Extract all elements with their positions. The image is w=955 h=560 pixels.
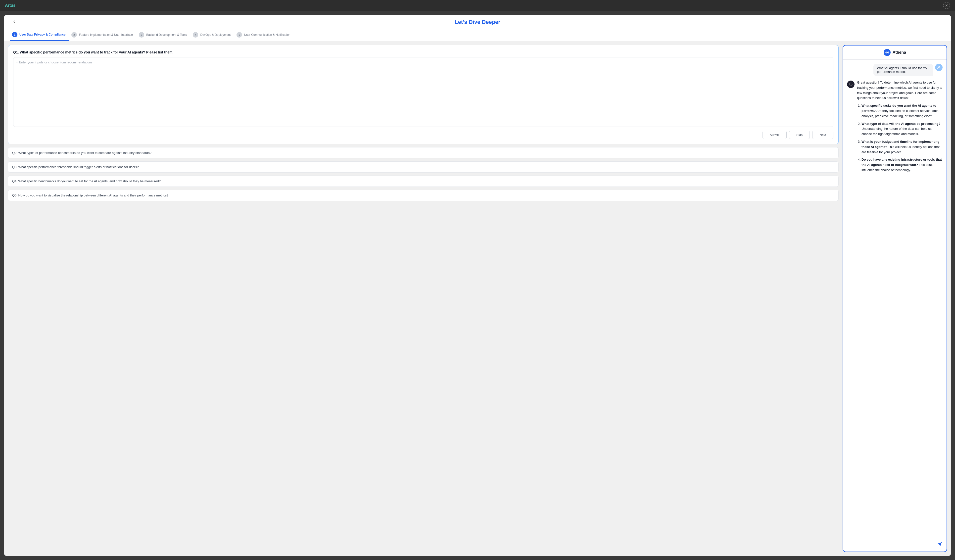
svg-point-2	[886, 52, 888, 53]
step-1[interactable]: 1 User Data Privacy & Compliance	[10, 29, 69, 41]
q1-label: Q1. What specific performance metrics do…	[13, 50, 833, 54]
athena-panel: Athena What AI agents I should use for m…	[842, 45, 947, 552]
response-item-2: What type of data will the AI agents be …	[861, 121, 942, 137]
question-item-q4[interactable]: Q4. What specific benchmarks do you want…	[8, 175, 839, 187]
response-item-4: Do you have any existing infrastructure …	[861, 157, 942, 172]
answer-placeholder: Enter your inputs or choose from recomme…	[16, 60, 830, 64]
step-3-num: 3	[139, 32, 144, 38]
user-avatar-icon[interactable]	[943, 2, 950, 9]
question-item-q3[interactable]: Q3. What specific performance thresholds…	[8, 161, 839, 172]
athena-title: Athena	[892, 50, 906, 55]
steps-nav: 1 User Data Privacy & Compliance 2 Featu…	[10, 29, 945, 41]
next-button[interactable]: Next	[812, 131, 833, 139]
back-button[interactable]	[10, 18, 19, 27]
chat-input-row	[843, 538, 947, 552]
step-5-label: User Communication & Notification	[244, 33, 290, 36]
step-2-label: Feature Implementation & User Interface	[79, 33, 133, 36]
response-list: What specific tasks do you want the AI a…	[857, 103, 942, 173]
window-header: Let's Dive Deeper 1 User Data Privacy & …	[4, 15, 951, 41]
step-1-label: User Data Privacy & Compliance	[19, 33, 66, 36]
content-area: Q1. What specific performance metrics do…	[4, 41, 951, 556]
header-top: Let's Dive Deeper	[10, 19, 945, 25]
step-4-num: 4	[193, 32, 198, 38]
response-item-1: What specific tasks do you want the AI a…	[861, 103, 942, 119]
step-5-num: 5	[236, 32, 242, 38]
response-item-3: What is your budget and timeline for imp…	[861, 139, 942, 155]
brand-logo: Artus	[5, 3, 16, 8]
step-2[interactable]: 2 Feature Implementation & User Interfac…	[69, 30, 137, 41]
skip-button[interactable]: Skip	[789, 131, 810, 139]
page-title: Let's Dive Deeper	[455, 19, 500, 25]
athena-header: Athena	[843, 45, 947, 60]
main-window: Let's Dive Deeper 1 User Data Privacy & …	[4, 15, 951, 556]
step-4[interactable]: 4 DevOps & Deployment	[191, 30, 235, 41]
question-item-q5[interactable]: Q5. How do you want to visualize the rel…	[8, 190, 839, 201]
step-3-label: Backend Development & Tools	[146, 33, 187, 36]
answer-area[interactable]: Enter your inputs or choose from recomme…	[13, 57, 833, 127]
chat-body: What AI agents I should use for my perfo…	[843, 60, 947, 538]
svg-marker-8	[938, 542, 942, 547]
send-button[interactable]	[936, 541, 943, 549]
athena-response-icon	[847, 81, 855, 88]
step-5[interactable]: 5 User Communication & Notification	[235, 30, 294, 41]
user-message-row: What AI agents I should use for my perfo…	[847, 64, 942, 76]
svg-point-0	[946, 4, 947, 5]
svg-point-5	[850, 84, 850, 84]
svg-point-3	[938, 66, 939, 67]
question-card-1: Q1. What specific performance metrics do…	[8, 45, 839, 144]
question-item-q2[interactable]: Q2. What types of performance benchmarks…	[8, 147, 839, 158]
athena-response-text: Great question! To determine which AI ag…	[857, 80, 942, 173]
chat-input[interactable]	[847, 543, 934, 547]
user-chat-avatar	[935, 64, 942, 71]
topbar: Artus	[0, 0, 955, 11]
step-3[interactable]: 3 Backend Development & Tools	[137, 30, 191, 41]
svg-point-6	[851, 84, 852, 84]
step-1-num: 1	[12, 32, 17, 37]
left-panel: Q1. What specific performance metrics do…	[8, 45, 839, 552]
card-actions: Autofill Skip Next	[13, 131, 833, 139]
response-intro: Great question! To determine which AI ag…	[857, 80, 942, 101]
athena-response-row: Great question! To determine which AI ag…	[847, 80, 942, 173]
athena-icon	[884, 49, 891, 56]
svg-point-4	[849, 83, 852, 86]
autofill-button[interactable]: Autofill	[762, 131, 787, 139]
step-2-num: 2	[71, 32, 77, 38]
step-4-label: DevOps & Deployment	[200, 33, 230, 36]
user-message-bubble: What AI agents I should use for my perfo…	[874, 64, 933, 76]
